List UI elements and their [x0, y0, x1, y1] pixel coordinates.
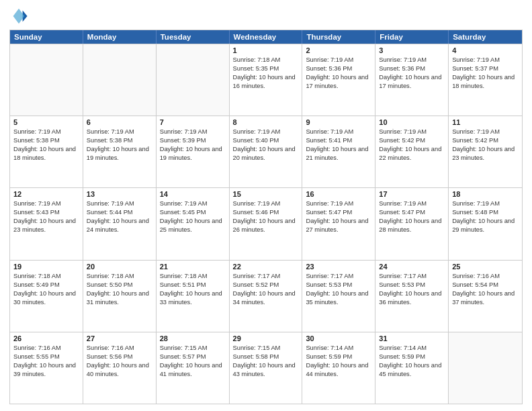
day-number: 26 — [13, 334, 79, 342]
day-cell-23: 23Sunrise: 7:17 AMSunset: 5:53 PMDayligh… — [302, 261, 375, 332]
day-info: Sunrise: 7:19 AMSunset: 5:47 PMDaylight:… — [379, 199, 445, 234]
header — [9, 7, 523, 26]
day-header-sunday: Sunday — [10, 30, 83, 44]
day-number: 19 — [13, 263, 79, 271]
day-cell-10: 10Sunrise: 7:19 AMSunset: 5:42 PMDayligh… — [375, 116, 449, 187]
day-header-thursday: Thursday — [302, 30, 375, 44]
day-cell-11: 11Sunrise: 7:19 AMSunset: 5:42 PMDayligh… — [449, 116, 522, 187]
day-info: Sunrise: 7:19 AMSunset: 5:40 PMDaylight:… — [233, 128, 299, 163]
day-info: Sunrise: 7:14 AMSunset: 5:59 PMDaylight:… — [379, 344, 445, 379]
day-cell-8: 8Sunrise: 7:19 AMSunset: 5:40 PMDaylight… — [230, 116, 303, 187]
day-cell-2: 2Sunrise: 7:19 AMSunset: 5:36 PMDaylight… — [302, 44, 375, 116]
logo-icon — [9, 7, 28, 26]
day-info: Sunrise: 7:19 AMSunset: 5:43 PMDaylight:… — [13, 199, 79, 234]
day-number: 30 — [306, 334, 371, 342]
day-info: Sunrise: 7:14 AMSunset: 5:59 PMDaylight:… — [306, 344, 371, 379]
day-info: Sunrise: 7:19 AMSunset: 5:44 PMDaylight:… — [87, 199, 152, 234]
day-info: Sunrise: 7:16 AMSunset: 5:54 PMDaylight:… — [452, 272, 519, 307]
day-number: 2 — [306, 46, 371, 54]
day-cell-9: 9Sunrise: 7:19 AMSunset: 5:41 PMDaylight… — [302, 116, 375, 187]
day-cell-29: 29Sunrise: 7:15 AMSunset: 5:58 PMDayligh… — [230, 332, 303, 404]
day-cell-3: 3Sunrise: 7:19 AMSunset: 5:36 PMDaylight… — [375, 44, 449, 116]
day-cell-24: 24Sunrise: 7:17 AMSunset: 5:53 PMDayligh… — [375, 261, 449, 332]
calendar-week-3: 12Sunrise: 7:19 AMSunset: 5:43 PMDayligh… — [10, 187, 522, 259]
day-info: Sunrise: 7:15 AMSunset: 5:57 PMDaylight:… — [160, 344, 226, 379]
day-number: 22 — [233, 263, 299, 271]
day-number: 7 — [160, 118, 226, 126]
day-header-saturday: Saturday — [449, 30, 522, 44]
calendar-week-2: 5Sunrise: 7:19 AMSunset: 5:38 PMDaylight… — [10, 116, 522, 187]
day-number: 13 — [87, 190, 152, 198]
day-number: 23 — [306, 263, 371, 271]
day-cell-1: 1Sunrise: 7:18 AMSunset: 5:35 PMDaylight… — [230, 44, 303, 116]
day-number: 3 — [379, 46, 445, 54]
day-info: Sunrise: 7:19 AMSunset: 5:36 PMDaylight:… — [306, 56, 371, 91]
day-cell-5: 5Sunrise: 7:19 AMSunset: 5:38 PMDaylight… — [10, 116, 83, 187]
day-info: Sunrise: 7:19 AMSunset: 5:42 PMDaylight:… — [379, 128, 445, 163]
day-number: 24 — [379, 263, 445, 271]
day-info: Sunrise: 7:19 AMSunset: 5:39 PMDaylight:… — [160, 128, 226, 163]
day-info: Sunrise: 7:19 AMSunset: 5:38 PMDaylight:… — [13, 128, 79, 163]
day-cell-20: 20Sunrise: 7:18 AMSunset: 5:50 PMDayligh… — [83, 261, 157, 332]
day-number: 28 — [160, 334, 226, 342]
day-number: 5 — [13, 118, 79, 126]
day-number: 21 — [160, 263, 226, 271]
day-info: Sunrise: 7:19 AMSunset: 5:47 PMDaylight:… — [306, 199, 371, 234]
day-number: 25 — [452, 263, 519, 271]
empty-cell — [157, 44, 230, 116]
day-info: Sunrise: 7:16 AMSunset: 5:55 PMDaylight:… — [13, 344, 79, 379]
logo — [9, 7, 31, 26]
day-cell-13: 13Sunrise: 7:19 AMSunset: 5:44 PMDayligh… — [83, 188, 157, 259]
day-cell-21: 21Sunrise: 7:18 AMSunset: 5:51 PMDayligh… — [157, 261, 230, 332]
day-cell-15: 15Sunrise: 7:19 AMSunset: 5:46 PMDayligh… — [230, 188, 303, 259]
page: SundayMondayTuesdayWednesdayThursdayFrid… — [0, 0, 532, 411]
calendar-header-row: SundayMondayTuesdayWednesdayThursdayFrid… — [10, 30, 522, 44]
calendar: SundayMondayTuesdayWednesdayThursdayFrid… — [9, 30, 523, 404]
day-number: 18 — [452, 190, 519, 198]
day-info: Sunrise: 7:19 AMSunset: 5:42 PMDaylight:… — [452, 128, 519, 163]
day-cell-22: 22Sunrise: 7:17 AMSunset: 5:52 PMDayligh… — [230, 261, 303, 332]
day-number: 20 — [87, 263, 152, 271]
day-number: 31 — [379, 334, 445, 342]
day-header-wednesday: Wednesday — [230, 30, 303, 44]
day-number: 10 — [379, 118, 445, 126]
day-cell-17: 17Sunrise: 7:19 AMSunset: 5:47 PMDayligh… — [375, 188, 449, 259]
day-number: 11 — [452, 118, 519, 126]
day-cell-27: 27Sunrise: 7:16 AMSunset: 5:56 PMDayligh… — [83, 332, 157, 404]
day-cell-30: 30Sunrise: 7:14 AMSunset: 5:59 PMDayligh… — [302, 332, 375, 404]
day-info: Sunrise: 7:19 AMSunset: 5:46 PMDaylight:… — [233, 199, 299, 234]
day-number: 9 — [306, 118, 371, 126]
day-number: 29 — [233, 334, 299, 342]
day-cell-26: 26Sunrise: 7:16 AMSunset: 5:55 PMDayligh… — [10, 332, 83, 404]
day-info: Sunrise: 7:19 AMSunset: 5:48 PMDaylight:… — [452, 199, 519, 234]
day-cell-16: 16Sunrise: 7:19 AMSunset: 5:47 PMDayligh… — [302, 188, 375, 259]
day-number: 14 — [160, 190, 226, 198]
day-cell-28: 28Sunrise: 7:15 AMSunset: 5:57 PMDayligh… — [157, 332, 230, 404]
day-cell-7: 7Sunrise: 7:19 AMSunset: 5:39 PMDaylight… — [157, 116, 230, 187]
day-info: Sunrise: 7:18 AMSunset: 5:35 PMDaylight:… — [233, 56, 299, 91]
calendar-body: 1Sunrise: 7:18 AMSunset: 5:35 PMDaylight… — [10, 44, 522, 404]
day-info: Sunrise: 7:15 AMSunset: 5:58 PMDaylight:… — [233, 344, 299, 379]
day-info: Sunrise: 7:19 AMSunset: 5:45 PMDaylight:… — [160, 199, 226, 234]
day-info: Sunrise: 7:17 AMSunset: 5:52 PMDaylight:… — [233, 272, 299, 307]
empty-cell — [83, 44, 157, 116]
day-number: 16 — [306, 190, 371, 198]
day-number: 1 — [233, 46, 299, 54]
day-number: 4 — [452, 46, 519, 54]
day-info: Sunrise: 7:18 AMSunset: 5:49 PMDaylight:… — [13, 272, 79, 307]
day-cell-12: 12Sunrise: 7:19 AMSunset: 5:43 PMDayligh… — [10, 188, 83, 259]
empty-cell — [449, 332, 522, 404]
calendar-week-4: 19Sunrise: 7:18 AMSunset: 5:49 PMDayligh… — [10, 260, 522, 332]
calendar-week-5: 26Sunrise: 7:16 AMSunset: 5:55 PMDayligh… — [10, 332, 522, 404]
day-info: Sunrise: 7:18 AMSunset: 5:51 PMDaylight:… — [160, 272, 226, 307]
day-cell-4: 4Sunrise: 7:19 AMSunset: 5:37 PMDaylight… — [449, 44, 522, 116]
day-number: 8 — [233, 118, 299, 126]
day-info: Sunrise: 7:19 AMSunset: 5:37 PMDaylight:… — [452, 56, 519, 91]
day-number: 6 — [87, 118, 152, 126]
day-info: Sunrise: 7:19 AMSunset: 5:38 PMDaylight:… — [87, 128, 152, 163]
calendar-week-1: 1Sunrise: 7:18 AMSunset: 5:35 PMDaylight… — [10, 44, 522, 116]
day-number: 27 — [87, 334, 152, 342]
day-info: Sunrise: 7:16 AMSunset: 5:56 PMDaylight:… — [87, 344, 152, 379]
day-number: 12 — [13, 190, 79, 198]
day-info: Sunrise: 7:17 AMSunset: 5:53 PMDaylight:… — [379, 272, 445, 307]
